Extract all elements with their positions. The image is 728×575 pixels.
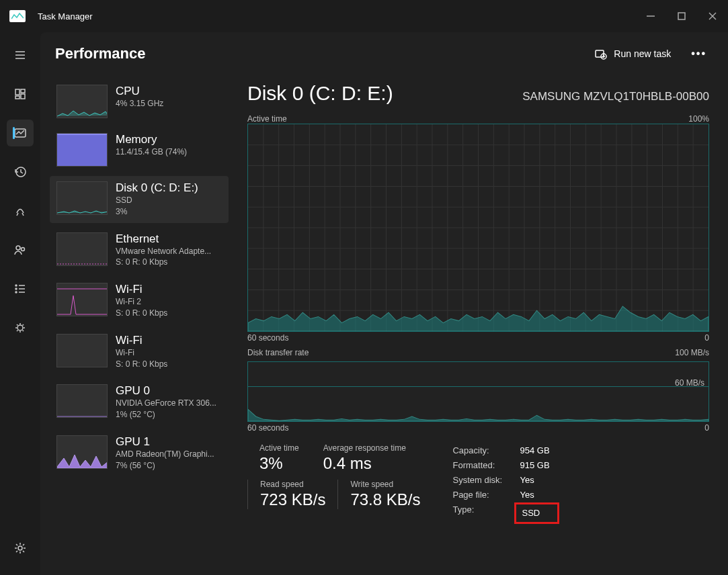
nav-performance[interactable]	[7, 120, 34, 146]
thumb-wifi2	[56, 334, 108, 367]
device-model: SAMSUNG MZVLQ1T0HBLB-00B00	[522, 90, 709, 103]
svg-point-16	[22, 248, 25, 251]
thumb-disk	[56, 181, 108, 215]
stat-resp-label: Average response time	[323, 443, 406, 453]
sidebar-item-gpu1[interactable]: GPU 1AMD Radeon(TM) Graphi...7% (56 °C)	[50, 430, 229, 477]
chart2-max: 100 MB/s	[675, 348, 709, 357]
more-button[interactable]: •••	[684, 44, 713, 64]
chart2-label: Disk transfer rate	[247, 348, 309, 357]
svg-rect-1	[678, 13, 685, 19]
page-header: Performance Run new task •••	[40, 32, 728, 75]
stat-write-label: Write speed	[350, 480, 420, 489]
sidebar-item-disk[interactable]: Disk 0 (C: D: E:)SSD3%	[50, 176, 229, 223]
svg-line-14	[22, 213, 24, 216]
titlebar: Task Manager	[0, 0, 728, 32]
nav-services[interactable]	[7, 314, 34, 341]
thumb-mem	[56, 133, 108, 167]
svg-point-15	[16, 246, 20, 250]
active-time-chart	[247, 124, 709, 332]
nav-processes[interactable]	[7, 81, 34, 107]
stat-active-value: 3%	[259, 454, 299, 473]
disk-properties: Capacity:954 GB Formatted:915 GB System …	[452, 443, 559, 524]
nav-startup[interactable]	[7, 197, 34, 224]
thumb-gpu0	[56, 384, 108, 418]
svg-line-13	[17, 213, 18, 216]
stat-read-value: 723 KB/s	[260, 490, 325, 509]
nav-users[interactable]	[7, 236, 34, 263]
sidebar-item-cpu[interactable]: CPU4% 3.15 GHz	[50, 79, 229, 124]
nav-details[interactable]	[7, 275, 34, 302]
sidebar-item-eth[interactable]: EthernetVMware Network Adapte...S: 0 R: …	[50, 227, 229, 274]
chart1-xright: 0	[704, 333, 709, 343]
stat-active-label: Active time	[259, 443, 299, 453]
detail-title: Disk 0 (C: D: E:)	[247, 82, 393, 105]
close-button[interactable]	[697, 5, 728, 27]
app-title: Task Manager	[38, 11, 93, 21]
app-icon	[9, 10, 26, 22]
maximize-button[interactable]	[666, 5, 697, 27]
stat-write-value: 73.8 KB/s	[350, 490, 420, 509]
thumb-gpu1	[56, 435, 108, 469]
svg-rect-9	[21, 94, 25, 99]
hamburger-button[interactable]	[7, 42, 34, 69]
thumb-wifi1	[56, 283, 108, 316]
disk-type-highlight: SSD	[514, 502, 559, 524]
chart1-label: Active time	[247, 114, 287, 124]
sidebar-item-wifi2[interactable]: Wi-FiWi-FiS: 0 R: 0 Kbps	[50, 328, 229, 375]
page-title: Performance	[55, 45, 146, 62]
svg-point-19	[15, 292, 17, 293]
thumb-cpu	[56, 85, 108, 118]
transfer-rate-chart: 60 MB/s	[247, 361, 709, 422]
chart1-max: 100%	[688, 114, 709, 124]
nav-settings[interactable]	[7, 535, 34, 562]
detail-panel: Disk 0 (C: D: E:) SAMSUNG MZVLQ1T0HBLB-0…	[235, 75, 728, 575]
svg-point-18	[15, 288, 17, 290]
chart1-xleft: 60 seconds	[247, 333, 288, 343]
sidebar-item-gpu0[interactable]: GPU 0NVIDIA GeForce RTX 306...1% (52 °C)	[50, 379, 229, 426]
stat-read-label: Read speed	[260, 480, 325, 489]
nav-rail	[0, 32, 40, 575]
minimize-button[interactable]	[635, 5, 666, 27]
svg-rect-7	[15, 89, 19, 95]
sidebar-item-mem[interactable]: Memory11.4/15.4 GB (74%)	[50, 128, 229, 172]
sidebar-item-wifi1[interactable]: Wi-FiWi-Fi 2S: 0 R: 0 Kbps	[50, 277, 229, 324]
chart2-xright: 0	[704, 423, 709, 433]
svg-rect-8	[21, 89, 25, 93]
run-task-label: Run new task	[614, 48, 671, 59]
svg-point-17	[15, 285, 17, 286]
stat-resp-value: 0.4 ms	[323, 454, 406, 473]
svg-point-24	[18, 546, 22, 550]
run-task-button[interactable]: Run new task	[587, 43, 678, 64]
svg-rect-10	[15, 96, 19, 99]
performance-sidebar: CPU4% 3.15 GHzMemory11.4/15.4 GB (74%)Di…	[40, 75, 235, 575]
chart2-xleft: 60 seconds	[247, 423, 288, 433]
nav-history[interactable]	[7, 159, 34, 185]
run-task-icon	[594, 47, 607, 60]
svg-point-23	[17, 325, 23, 330]
chart2-mid: 60 MB/s	[675, 378, 704, 388]
thumb-eth	[56, 232, 108, 266]
